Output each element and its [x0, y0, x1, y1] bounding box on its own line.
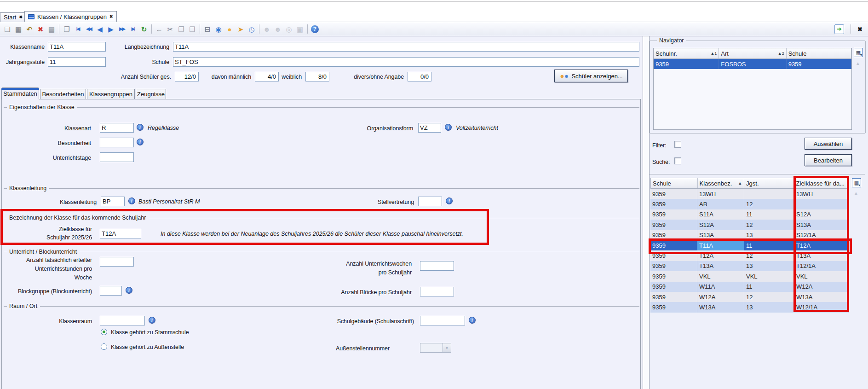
tab-start[interactable]: Start ✖	[0, 12, 26, 22]
table-cell[interactable]: S12A	[794, 209, 849, 220]
table-row[interactable]: 9359W11A11W12A	[650, 282, 849, 292]
table-cell[interactable]: S12A	[697, 220, 744, 230]
table-row[interactable]: 9359S11A11S12A	[650, 209, 849, 220]
table-cell[interactable]: 13	[744, 302, 794, 312]
table-cell[interactable]: 12	[744, 292, 794, 302]
table-cell[interactable]: 9359	[654, 59, 719, 69]
tab-klassengruppen[interactable]: Klassengruppen	[87, 89, 135, 99]
header-cell[interactable]: Klassenbez.▲	[698, 178, 745, 188]
table-row[interactable]: 9359W12A12W13A	[650, 292, 849, 302]
divers-input[interactable]	[408, 72, 431, 81]
delete-icon[interactable]: ✖	[35, 23, 46, 35]
weiblich-input[interactable]	[305, 72, 329, 81]
table-cell[interactable]: 13	[744, 230, 794, 240]
print-icon[interactable]: ⊟	[202, 23, 213, 35]
table-row[interactable]: 9359T11A11T12A	[650, 240, 849, 250]
undo-icon[interactable]: ↶	[24, 23, 35, 35]
preview-icon[interactable]: ◉	[213, 23, 224, 35]
header-cell[interactable]: Schule	[787, 48, 851, 58]
copy-icon[interactable]: ❐	[176, 23, 187, 35]
schule-input[interactable]	[173, 57, 639, 67]
table-cell[interactable]: T11A	[697, 240, 744, 250]
table-cell[interactable]: W12A	[697, 292, 744, 302]
aussenstelle-radio[interactable]	[101, 343, 107, 350]
table-row[interactable]: 9359T12A12T13A	[650, 250, 849, 261]
header-cell[interactable]: Zielklasse für da...	[794, 178, 848, 188]
klassenart-input[interactable]	[100, 123, 134, 133]
info-icon[interactable]: i	[469, 317, 476, 324]
table-cell[interactable]: AB	[697, 199, 744, 209]
table-cell[interactable]: W13A	[794, 292, 849, 302]
table-cell[interactable]: S13A	[794, 220, 849, 230]
table-cell[interactable]: 9359	[650, 220, 697, 230]
last-record-icon[interactable]: ▶|	[127, 23, 138, 35]
info-icon[interactable]: i	[137, 139, 144, 145]
table-cell[interactable]: 11	[744, 282, 794, 292]
header-cell[interactable]: Schule	[651, 178, 698, 188]
zielklasse-input[interactable]	[100, 229, 141, 238]
suche-checkbox[interactable]	[674, 157, 681, 164]
bearbeiten-button[interactable]: Bearbeiten	[805, 154, 852, 166]
aussenstellennummer-select[interactable]: ▾	[420, 343, 451, 353]
table-row[interactable]: 9359S13A13S12/1A	[650, 230, 849, 240]
back-arrow-icon[interactable]: ←	[154, 23, 165, 35]
table-cell[interactable]: 9359	[650, 271, 697, 281]
filter-checkbox[interactable]	[674, 141, 681, 148]
table-cell[interactable]	[744, 189, 794, 199]
table-cell[interactable]: 9359	[650, 199, 697, 209]
table-row[interactable]: 935913WH13WH	[650, 189, 849, 199]
refresh-icon[interactable]: ↻	[138, 23, 149, 35]
first-record-icon[interactable]: |◀	[72, 23, 83, 35]
copy-record-icon[interactable]: ❐	[61, 23, 72, 35]
table-row[interactable]: 9359VKLVKLVKL	[650, 271, 849, 281]
stunden-input[interactable]	[100, 257, 134, 267]
horn-icon[interactable]: ➤	[235, 23, 246, 35]
close-tab-icon[interactable]: ✖	[19, 15, 23, 19]
bloecke-input[interactable]	[420, 287, 454, 296]
prev-page-icon[interactable]: ◀◀	[83, 23, 94, 35]
stellvertretung-input[interactable]	[418, 197, 442, 206]
jahrgangsstufe-input[interactable]	[48, 57, 106, 67]
table-cell[interactable]: T13A	[794, 250, 849, 261]
header-cell[interactable]: Schulnr.▲1	[654, 48, 719, 58]
table-cell[interactable]: W11A	[697, 282, 744, 292]
stammschule-radio[interactable]	[101, 329, 107, 335]
table-row[interactable]: 9359T13A13T12/1A	[650, 261, 849, 271]
table-cell[interactable]: 9359	[650, 230, 697, 240]
schulgebaeude-input[interactable]	[420, 316, 465, 325]
table-cell[interactable]: 11	[744, 209, 794, 220]
table-cell[interactable]: 9359	[650, 282, 697, 292]
info-icon[interactable]: i	[128, 197, 135, 204]
tab-zeugnisse[interactable]: Zeugnisse	[136, 89, 166, 99]
unterrichtstage-input[interactable]	[100, 152, 134, 162]
table-cell[interactable]: 9359	[650, 240, 697, 250]
tab-klassen-klassengruppen[interactable]: Klassen / Klassengruppen ✖	[24, 11, 117, 22]
column-config-button[interactable]: ▦▾	[852, 178, 861, 187]
wochen-input[interactable]	[420, 261, 454, 271]
table-cell[interactable]: 11	[744, 240, 794, 250]
new-icon[interactable]: ❏	[2, 23, 13, 35]
table-cell[interactable]: T12A	[794, 240, 849, 250]
table-cell[interactable]: S13A	[697, 230, 744, 240]
info-icon[interactable]: i	[445, 124, 452, 131]
klassenleitung-input[interactable]	[101, 197, 125, 206]
besonderheit-input[interactable]	[100, 138, 134, 147]
table-cell[interactable]: 9359	[650, 302, 697, 312]
organisationsform-input[interactable]	[418, 123, 441, 133]
form-view-icon[interactable]: ▤	[46, 23, 57, 35]
table-cell[interactable]: 9359	[650, 250, 697, 261]
table-cell[interactable]: T12/1A	[794, 261, 849, 271]
anzahl-schueler-input[interactable]	[175, 72, 199, 81]
prev-record-icon[interactable]: ◀	[94, 23, 105, 35]
help-icon[interactable]: ?	[311, 25, 319, 33]
table-cell[interactable]: 9359	[650, 261, 697, 271]
table-row[interactable]: 9359S12A12S13A	[650, 220, 849, 230]
header-cell[interactable]: Art▲2	[719, 48, 786, 58]
paste-icon[interactable]: ❒	[187, 23, 198, 35]
table-cell[interactable]: 12	[744, 220, 794, 230]
clock-icon[interactable]: ◷	[246, 23, 257, 35]
info-icon[interactable]: i	[137, 124, 144, 131]
tab-stammdaten[interactable]: Stammdaten	[1, 87, 39, 99]
table-cell[interactable]	[794, 199, 849, 209]
info-icon[interactable]: i	[126, 287, 132, 294]
